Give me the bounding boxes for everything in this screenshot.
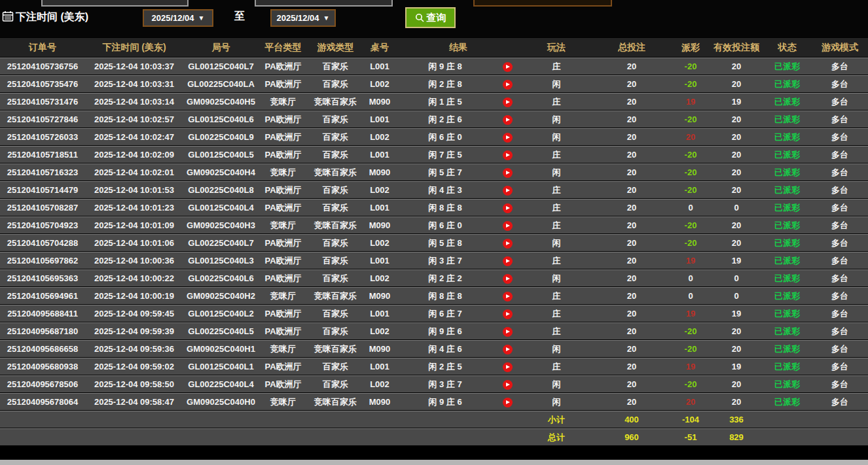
table-row: 251204105727846 2025-12-04 10:02:57 GL00… (0, 111, 868, 128)
play-type-cell: 庄 (520, 146, 592, 163)
status-cell: 已派彩 (763, 58, 812, 75)
replay-play-icon[interactable] (503, 150, 513, 160)
platform-cell: PA欧洲厅 (259, 75, 308, 92)
play-type-cell: 庄 (520, 252, 592, 269)
table-no-cell: L002 (363, 234, 396, 251)
payout-cell: 20 (671, 393, 710, 410)
order-no-cell: 251204105735476 (0, 75, 85, 92)
date-to-select[interactable]: 2025/12/04 ▼ (270, 9, 336, 27)
total-payout: -51 (671, 428, 710, 445)
round-no-cell: GM09025C040H1 (183, 340, 259, 357)
total-bet-cell: 20 (592, 199, 671, 216)
bet-time-cell: 2025-12-04 10:00:36 (85, 252, 183, 269)
bet-time-cell: 2025-12-04 10:03:31 (85, 75, 183, 92)
valid-bet-cell: 20 (710, 340, 763, 357)
replay-play-icon[interactable] (503, 133, 513, 143)
total-bet-cell: 20 (592, 287, 671, 304)
game-type-cell: 百家乐 (308, 234, 363, 251)
table-row: 251204105718511 2025-12-04 10:02:09 GL00… (0, 146, 868, 163)
game-mode-cell: 多台 (812, 164, 868, 181)
payout-cell: -20 (671, 58, 710, 75)
replay-play-icon[interactable] (503, 80, 513, 90)
round-no-cell: GL00225C040L4 (183, 375, 259, 392)
play-type-cell: 闲 (520, 269, 592, 286)
valid-bet-cell: 19 (710, 93, 763, 110)
play-type-cell: 庄 (520, 305, 592, 322)
replay-cell (494, 128, 520, 145)
table-no-cell: L001 (363, 58, 396, 75)
replay-play-icon[interactable] (503, 62, 513, 72)
replay-play-icon[interactable] (503, 362, 513, 372)
replay-cell (494, 322, 520, 339)
replay-cell (494, 58, 520, 75)
game-mode-cell: 多台 (812, 287, 868, 304)
valid-bet-cell: 20 (710, 146, 763, 163)
play-type-cell: 庄 (520, 199, 592, 216)
replay-play-icon[interactable] (503, 345, 513, 354)
bet-time-cell: 2025-12-04 09:59:45 (85, 305, 183, 322)
total-label: 总计 (520, 428, 592, 445)
replay-cell (494, 146, 520, 163)
bet-time-cell: 2025-12-04 10:02:01 (85, 164, 183, 181)
replay-play-icon[interactable] (503, 292, 513, 301)
play-type-cell: 闲 (520, 128, 592, 145)
replay-play-icon[interactable] (503, 239, 513, 249)
play-type-cell: 庄 (520, 287, 592, 304)
payout-cell: -20 (671, 75, 710, 92)
bet-time-cell: 2025-12-04 10:01:09 (85, 216, 183, 233)
game-type-cell: 竞咪百家乐 (308, 340, 363, 357)
replay-play-icon[interactable] (503, 168, 513, 178)
chevron-down-icon: ▼ (323, 14, 330, 22)
bet-time-cell: 2025-12-04 09:59:02 (85, 358, 183, 375)
table-no-cell: L001 (363, 111, 396, 128)
order-no-cell: 251204105695363 (0, 269, 85, 286)
round-no-cell: GL00225C040L7 (183, 234, 259, 251)
replay-play-icon[interactable] (503, 398, 513, 407)
game-mode-cell: 多台 (812, 146, 868, 163)
round-no-cell: GL00225C040L6 (183, 269, 259, 286)
platform-cell: 竞咪厅 (259, 393, 308, 410)
replay-play-icon[interactable] (503, 203, 513, 213)
game-type-cell: 百家乐 (308, 358, 363, 375)
payout-cell: 19 (671, 305, 710, 322)
replay-play-icon[interactable] (503, 309, 513, 319)
table-header-row: 订单号 下注时间 (美东) 局号 平台类型 游戏类型 桌号 结果 玩法 总投注 … (0, 38, 868, 57)
replay-play-icon[interactable] (503, 97, 513, 107)
status-cell: 已派彩 (763, 305, 812, 322)
payout-cell: -20 (671, 111, 710, 128)
total-bet-cell: 20 (592, 393, 671, 410)
status-cell: 已派彩 (763, 216, 812, 233)
replay-play-icon[interactable] (503, 221, 513, 231)
table-no-cell: L002 (363, 75, 396, 92)
replay-play-icon[interactable] (503, 380, 513, 390)
status-cell: 已派彩 (763, 164, 812, 181)
search-button[interactable]: 查询 (405, 7, 456, 28)
game-type-cell: 竞咪百家乐 (308, 216, 363, 233)
total-bet-cell: 20 (592, 181, 671, 198)
replay-play-icon[interactable] (503, 327, 513, 337)
replay-play-icon[interactable] (503, 256, 513, 266)
game-mode-cell: 多台 (812, 393, 868, 410)
payout-cell: -20 (671, 322, 710, 339)
table-row: 251204105704923 2025-12-04 10:01:09 GM09… (0, 216, 868, 233)
order-no-cell: 251204095687180 (0, 322, 85, 339)
table-no-cell: M090 (363, 393, 396, 410)
order-no-cell: 251204105716323 (0, 164, 85, 181)
platform-cell: PA欧洲厅 (259, 269, 308, 286)
valid-bet-cell: 0 (710, 287, 763, 304)
date-from-select[interactable]: 2025/12/04 ▼ (143, 9, 213, 27)
valid-bet-cell: 19 (710, 305, 763, 322)
play-type-cell: 闲 (520, 234, 592, 251)
replay-play-icon[interactable] (503, 186, 513, 196)
table-no-cell: L002 (363, 181, 396, 198)
payout-cell: -20 (671, 340, 710, 357)
cutoff-input-2[interactable] (255, 0, 393, 7)
replay-play-icon[interactable] (503, 115, 513, 125)
replay-play-icon[interactable] (503, 274, 513, 284)
cutoff-input-1[interactable] (41, 0, 189, 7)
order-no-cell: 251204105726033 (0, 128, 85, 145)
valid-bet-cell: 19 (710, 252, 763, 269)
total-bet-cell: 20 (592, 58, 671, 75)
horizontal-scrollbar[interactable] (0, 460, 868, 465)
cutoff-input-3[interactable] (473, 0, 612, 7)
